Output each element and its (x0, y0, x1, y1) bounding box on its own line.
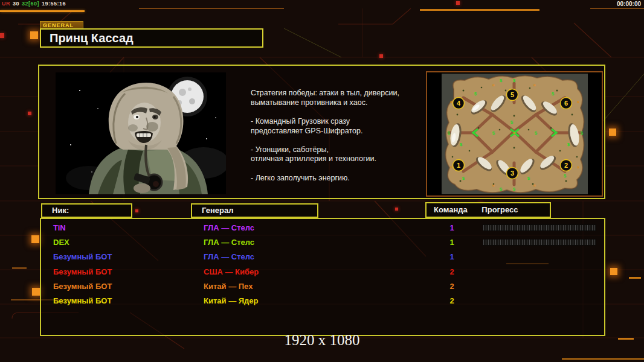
decor-square (395, 208, 398, 211)
general-info-panel: Стратегия победы: атаки в тыл, диверсии,… (38, 65, 605, 199)
start-pos-3: 3 (510, 170, 514, 177)
column-header-nick: Ник: (41, 203, 132, 218)
player-team: 1 (443, 223, 460, 232)
perf-tag: UR (2, 1, 10, 7)
player-row: Безумный БОТ Китай — Пех 2 (41, 280, 604, 294)
svg-text:$: $ (448, 130, 451, 136)
decor-square (135, 209, 138, 212)
start-pos-4: 4 (457, 100, 461, 107)
start-pos-5: 5 (510, 91, 514, 98)
perf-time: 19:55:16 (42, 1, 66, 7)
player-team: 2 (443, 282, 460, 291)
accent-line (139, 8, 284, 9)
svg-text:¤: ¤ (577, 165, 579, 170)
svg-text:$: $ (581, 130, 584, 136)
accent-line (0, 10, 85, 12)
accent-line (562, 358, 644, 360)
player-nick: Безумный БОТ (53, 282, 112, 291)
svg-text:¤: ¤ (577, 100, 579, 104)
player-roster-panel: TiN ГЛА — Стелс 1 DEX ГЛА — Стелс 1 Безу… (40, 218, 605, 336)
player-general: ГЛА — Стелс (204, 238, 254, 247)
game-timer: 00:00:00 (617, 1, 641, 7)
svg-text:¤: ¤ (513, 131, 515, 135)
svg-text:$: $ (527, 176, 530, 181)
column-header-team: Команда (434, 205, 468, 214)
player-nick: Безумный БОТ (53, 252, 112, 261)
svg-text:¤: ¤ (533, 83, 536, 87)
player-row: Безумный БОТ США — Кибер 2 (41, 265, 604, 280)
svg-text:$: $ (510, 119, 514, 125)
player-row: Безумный БОТ Китай — Ядер 2 (41, 294, 604, 309)
loading-progress-bar (483, 239, 596, 246)
player-team: 2 (443, 296, 460, 305)
svg-text:$: $ (564, 173, 567, 179)
decor-square (609, 129, 616, 136)
player-general: Китай — Ядер (204, 296, 259, 305)
start-pos-2: 2 (564, 162, 568, 169)
player-general: ГЛА — Стелс (204, 252, 254, 261)
svg-text:¤: ¤ (533, 183, 536, 188)
column-header-team-progress: Команда Прогресс (425, 202, 551, 218)
svg-text:$: $ (474, 91, 477, 97)
decor-square (0, 33, 4, 38)
decor-square (456, 1, 460, 5)
decor-square (30, 31, 38, 39)
player-nick: Безумный БОТ (53, 296, 112, 305)
svg-text:$: $ (535, 130, 538, 136)
player-nick: Безумный БОТ (53, 267, 112, 276)
decor-square (31, 235, 39, 243)
player-nick: TiN (53, 223, 66, 232)
map-image: $$ $$ $$ $$ $$ $$$$ $$ ¤¤ ¤¤ ¤¤ ¤¤ ¤ 1 2… (427, 72, 602, 195)
start-pos-1: 1 (457, 162, 460, 169)
svg-text:¤: ¤ (450, 165, 452, 170)
player-team: 1 (443, 252, 460, 261)
svg-text:$: $ (513, 78, 516, 83)
player-nick: DEX (53, 238, 69, 247)
svg-text:$: $ (513, 186, 516, 192)
loading-progress-bar (483, 224, 596, 231)
accent-line (12, 267, 27, 269)
decor-square (610, 268, 617, 275)
start-pos-6: 6 (564, 100, 568, 107)
player-team: 2 (443, 267, 460, 276)
accent-line (590, 8, 644, 9)
general-portrait (56, 72, 226, 194)
player-general: США — Кибер (204, 267, 259, 276)
general-name-title: Принц Кассад (40, 28, 263, 48)
player-general: ГЛА — Стелс (204, 223, 254, 232)
player-row: TiN ГЛА — Стелс 1 (41, 221, 604, 236)
player-general: Китай — Пех (204, 282, 253, 291)
strategy-text: Стратегия победы: атаки в тыл, диверсии,… (251, 89, 426, 183)
svg-text:$: $ (552, 91, 555, 97)
svg-text:$: $ (567, 142, 570, 147)
perf-fps: 30 (13, 1, 19, 7)
accent-line (629, 277, 641, 279)
resolution-label: 1920 x 1080 (0, 332, 644, 349)
decor-square (32, 288, 40, 296)
player-rows: TiN ГЛА — Стелс 1 DEX ГЛА — Стелс 1 Безу… (41, 221, 604, 309)
svg-text:$: $ (460, 142, 463, 147)
svg-text:$: $ (500, 78, 503, 83)
perf-limit: 32[60] (22, 1, 39, 7)
player-row: DEX ГЛА — Стелс 1 (41, 236, 604, 250)
column-header-progress: Прогресс (481, 205, 518, 214)
accent-line (420, 9, 539, 11)
svg-text:$: $ (500, 186, 503, 192)
column-header-general: Генерал (191, 203, 318, 218)
svg-text:¤: ¤ (492, 183, 495, 188)
player-team: 1 (443, 238, 460, 247)
svg-text:¤: ¤ (492, 83, 495, 87)
svg-text:¤: ¤ (450, 100, 452, 104)
map-preview: $$ $$ $$ $$ $$ $$$$ $$ ¤¤ ¤¤ ¤¤ ¤¤ ¤ 1 2… (426, 71, 603, 197)
player-row: Безумный БОТ ГЛА — Стелс 1 (41, 250, 604, 265)
portrait-image (56, 72, 226, 194)
svg-text:$: $ (462, 176, 465, 181)
svg-text:$: $ (492, 130, 495, 136)
decor-square (28, 112, 31, 115)
decor-square (379, 54, 383, 58)
performance-counter: UR3032[60]19:55:16 (2, 1, 68, 7)
